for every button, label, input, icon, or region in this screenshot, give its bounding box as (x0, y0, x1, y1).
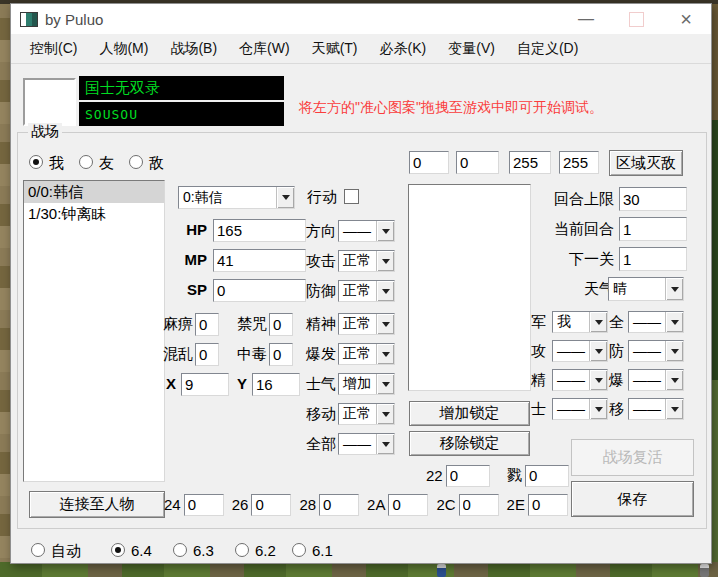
hex-row-1: 22 戮 (426, 464, 569, 487)
region-x2-field[interactable] (509, 151, 551, 174)
morale-all-dropdown[interactable]: ―― (552, 398, 608, 420)
hex-22-field[interactable] (446, 465, 490, 487)
chevron-down-icon[interactable] (276, 187, 294, 208)
spirit-all-dropdown[interactable]: ―― (552, 369, 608, 391)
event-list[interactable] (408, 184, 531, 391)
army-dropdown[interactable]: 我 (552, 311, 608, 333)
chevron-down-icon[interactable] (665, 399, 683, 419)
minimize-button[interactable]: — (561, 4, 611, 34)
menu-character[interactable]: 人物(M) (88, 34, 159, 63)
direction-dropdown[interactable]: ―― (338, 220, 395, 242)
menu-control[interactable]: 控制(C) (19, 34, 88, 63)
chevron-down-icon[interactable] (376, 314, 394, 334)
current-round-field[interactable] (619, 217, 687, 241)
chevron-down-icon[interactable] (376, 434, 394, 454)
defense-dropdown[interactable]: 正常 (338, 280, 395, 302)
chevron-down-icon[interactable] (589, 370, 607, 390)
chevron-down-icon[interactable] (665, 312, 683, 332)
next-stage-field[interactable] (619, 247, 687, 271)
region-y1-field[interactable] (456, 151, 499, 174)
titlebar[interactable]: by Puluo — × (11, 4, 711, 34)
hex-lu-field[interactable] (525, 465, 569, 487)
chevron-down-icon[interactable] (589, 312, 607, 332)
menu-variable[interactable]: 变量(V) (437, 34, 506, 63)
battlefield-revive-button[interactable]: 战场复活 (571, 439, 694, 476)
poison-field[interactable] (269, 343, 293, 366)
chevron-down-icon[interactable] (589, 399, 607, 419)
weather-dropdown[interactable]: 晴 (608, 277, 684, 301)
move-label: 移动 (306, 405, 336, 424)
radio-side-ally[interactable] (79, 155, 93, 169)
hex-24-field[interactable] (184, 494, 224, 516)
close-button[interactable]: × (661, 4, 711, 34)
move-all-label: 移 (609, 400, 624, 419)
attack-label: 攻击 (306, 252, 336, 271)
hex-2a-field[interactable] (388, 494, 428, 516)
radio-version-62[interactable] (235, 543, 249, 557)
action-checkbox[interactable] (344, 189, 359, 204)
region-y2-field[interactable] (559, 151, 599, 174)
chevron-down-icon[interactable] (376, 344, 394, 364)
burst-dropdown[interactable]: 正常 (338, 343, 395, 365)
burst-all-dropdown[interactable]: ―― (628, 369, 684, 391)
save-button[interactable]: 保存 (571, 481, 694, 517)
atk-dropdown[interactable]: ―― (552, 340, 608, 362)
paralysis-field[interactable] (195, 313, 219, 336)
chevron-down-icon[interactable] (589, 341, 607, 361)
spirit-dropdown[interactable]: 正常 (338, 313, 395, 335)
menu-warehouse[interactable]: 仓库(W) (228, 34, 301, 63)
round-limit-field[interactable] (619, 187, 687, 211)
region-x1-field[interactable] (409, 151, 449, 174)
chevron-down-icon[interactable] (376, 221, 394, 241)
chevron-down-icon[interactable] (376, 374, 394, 394)
curse-field[interactable] (269, 313, 293, 336)
x-field[interactable] (181, 373, 229, 396)
radio-version-61[interactable] (292, 543, 306, 557)
y-field[interactable] (252, 373, 300, 396)
chevron-down-icon[interactable] (376, 251, 394, 271)
attack-dropdown[interactable]: 正常 (338, 250, 395, 272)
unit-list[interactable]: 0/0:韩信 1/30:钟离眛 (23, 180, 165, 482)
move-all-dropdown[interactable]: ―― (628, 398, 684, 420)
hex-2c-field[interactable] (459, 494, 499, 516)
hex-28-field[interactable] (319, 494, 359, 516)
region-kill-button[interactable]: 区域灭敌 (609, 150, 683, 176)
list-item[interactable]: 1/30:钟离眛 (24, 203, 164, 225)
paralysis-label: 麻痹 (163, 315, 193, 334)
morale-dropdown[interactable]: 增加 (338, 373, 395, 395)
confusion-field[interactable] (195, 343, 219, 366)
radio-side-self[interactable] (29, 155, 43, 169)
menu-custom[interactable]: 自定义(D) (506, 34, 589, 63)
hex-2e-field[interactable] (528, 494, 568, 516)
connect-to-character-button[interactable]: 连接至人物 (29, 491, 165, 518)
hex-24-label: 24 (164, 496, 181, 513)
add-lock-button[interactable]: 增加锁定 (409, 401, 530, 426)
chevron-down-icon[interactable] (376, 281, 394, 301)
unit-combobox[interactable]: 0:韩信 (178, 186, 295, 209)
sp-field[interactable] (213, 279, 306, 302)
radio-version-63[interactable] (173, 543, 187, 557)
hex-26-field[interactable] (251, 494, 291, 516)
all-dropdown[interactable]: ―― (338, 433, 395, 455)
remove-lock-button[interactable]: 移除锁定 (409, 431, 530, 456)
mp-field[interactable] (213, 249, 306, 272)
chevron-down-icon[interactable] (376, 404, 394, 424)
move-dropdown[interactable]: 正常 (338, 403, 395, 425)
radio-version-64[interactable] (111, 543, 125, 557)
radio-version-auto[interactable] (31, 543, 45, 557)
all-units-dropdown[interactable]: ―― (628, 311, 684, 333)
radio-version-63-label: 6.3 (193, 542, 214, 559)
crosshair-drag-source[interactable] (23, 78, 76, 126)
def-dropdown[interactable]: ―― (628, 340, 684, 362)
menu-talent[interactable]: 天赋(T) (301, 34, 369, 63)
hp-field[interactable] (213, 219, 306, 242)
maximize-button[interactable] (611, 4, 661, 34)
menu-battlefield[interactable]: 战场(B) (159, 34, 228, 63)
chevron-down-icon[interactable] (665, 278, 683, 300)
menu-skill[interactable]: 必杀(K) (369, 34, 438, 63)
list-item[interactable]: 0/0:韩信 (24, 181, 164, 203)
hex-22-label: 22 (426, 467, 443, 484)
chevron-down-icon[interactable] (665, 341, 683, 361)
chevron-down-icon[interactable] (665, 370, 683, 390)
radio-side-enemy[interactable] (129, 155, 143, 169)
